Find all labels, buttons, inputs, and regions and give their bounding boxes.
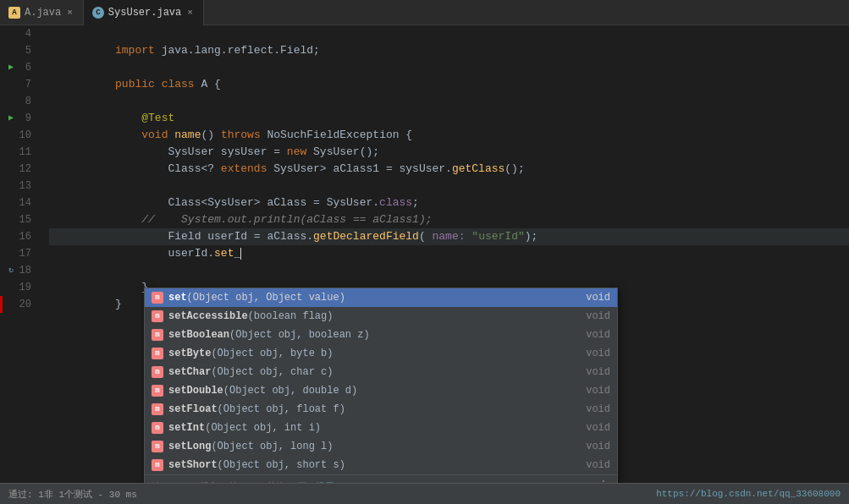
- run-gutter-icon-6[interactable]: ▶: [4, 61, 18, 74]
- line-num-10: 10: [3, 127, 38, 144]
- ac-return-set: void: [586, 292, 610, 304]
- ac-text-setshort: setShort(Object obj, short s): [168, 459, 581, 471]
- tab-icon-a: A: [8, 7, 20, 19]
- ac-method-icon-set: m: [152, 292, 163, 304]
- line-num-17: 17: [3, 245, 38, 262]
- status-test-result: 通过: 1非 1个测试 - 30 ms: [8, 488, 137, 501]
- ac-method-icon-setbyte: m: [152, 348, 163, 359]
- ac-method-icon-setint: m: [152, 422, 163, 434]
- ac-text-setchar: setChar(Object obj, char c): [168, 366, 581, 378]
- status-blog-link[interactable]: https://blog.csdn.net/qq_33608000: [656, 489, 841, 499]
- line-num-5: 5: [3, 42, 38, 59]
- ac-text-setint: setInt(Object obj, int i): [168, 422, 581, 434]
- ac-text-setdouble: setDouble(Object obj, double d): [168, 385, 581, 397]
- line-num-14: 14: [3, 194, 38, 211]
- ac-text-setbyte: setByte(Object obj, byte b): [168, 348, 581, 359]
- status-left: 通过: 1非 1个测试 - 30 ms: [8, 488, 137, 501]
- ac-return-setboolean: void: [586, 329, 610, 341]
- code-line-18: }: [49, 262, 849, 279]
- ac-return-setshort: void: [586, 459, 610, 471]
- line-num-4: 4: [3, 25, 38, 42]
- tab-label-sysuser: SysUser.java: [108, 7, 181, 19]
- text-cursor: [240, 248, 241, 260]
- tab-a-java[interactable]: A A.java ×: [0, 0, 84, 25]
- ac-method-icon-setdouble: m: [152, 385, 163, 397]
- ac-footer: 按 Enter 插入, 按 Tab 替换 下一提示 ⋮: [145, 474, 617, 483]
- ac-return-setdouble: void: [586, 385, 610, 397]
- ac-footer-hint: 按 Enter 插入, 按 Tab 替换 下一提示: [152, 480, 334, 484]
- ac-item-setboolean[interactable]: m setBoolean(Object obj, boolean z) void: [145, 326, 617, 344]
- ac-text-setlong: setLong(Object obj, long l): [168, 441, 581, 452]
- line-num-16: 16: [3, 228, 38, 245]
- ac-text-setfloat: setFloat(Object obj, float f): [168, 403, 581, 415]
- ac-return-setfloat: void: [586, 403, 610, 415]
- tab-close-sysuser[interactable]: ×: [185, 8, 195, 18]
- ac-method-icon-setchar: m: [152, 366, 163, 378]
- ac-method-icon-setlong: m: [152, 441, 163, 452]
- ac-return-setint: void: [586, 422, 610, 434]
- code-line-8: @Test: [49, 93, 849, 110]
- code-line-4: import java.lang.reflect.Field;: [49, 25, 849, 42]
- status-bar: 通过: 1非 1个测试 - 30 ms https://blog.csdn.ne…: [0, 483, 849, 504]
- tab-close-a[interactable]: ×: [65, 8, 74, 18]
- line-num-13: 13: [3, 178, 38, 194]
- line-num-6: ▶ 6: [3, 59, 38, 76]
- tab-label-a: A.java: [25, 7, 61, 19]
- editor-area: 4 5 ▶ 6 7 8 ▶ 9 10 11 12 13 14 15 16 17 …: [0, 25, 849, 483]
- ac-item-setint[interactable]: m setInt(Object obj, int i) void: [145, 419, 617, 437]
- ac-return-setbyte: void: [586, 348, 610, 359]
- code-line-6: public class A {: [49, 59, 849, 76]
- ac-method-icon-setboolean: m: [152, 329, 163, 341]
- line-num-12: 12: [3, 161, 38, 178]
- line-num-11: 11: [3, 144, 38, 161]
- tab-sysuser-java[interactable]: C SysUser.java ×: [84, 0, 204, 25]
- sync-gutter-icon-18: ↻: [4, 264, 18, 277]
- ac-return-setlong: void: [586, 441, 610, 452]
- ac-item-setshort[interactable]: m setShort(Object obj, short s) void: [145, 456, 617, 474]
- ac-text-setaccessible: setAccessible(boolean flag): [168, 310, 581, 322]
- run-gutter-icon-9[interactable]: ▶: [4, 112, 18, 125]
- ac-enter-tab-hint: 按 Enter 插入, 按 Tab 替换: [152, 482, 285, 484]
- code-line-13: Class<SysUser> aClass = SysUser.class;: [49, 178, 849, 194]
- line-num-18: ↻ 18: [3, 262, 38, 279]
- ac-method-icon-setshort: m: [152, 459, 163, 471]
- ac-method-icon-setaccessible: m: [152, 310, 163, 322]
- autocomplete-dropdown[interactable]: m set(Object obj, Object value) void m s…: [144, 288, 618, 483]
- line-num-8: 8: [3, 93, 38, 110]
- ac-item-set[interactable]: m set(Object obj, Object value) void: [145, 288, 617, 307]
- ac-text-setboolean: setBoolean(Object obj, boolean z): [168, 329, 581, 341]
- ac-item-setbyte[interactable]: m setByte(Object obj, byte b) void: [145, 344, 617, 363]
- ac-method-icon-setfloat: m: [152, 403, 163, 415]
- tab-bar: A A.java × C SysUser.java ×: [0, 0, 849, 25]
- ac-item-setfloat[interactable]: m setFloat(Object obj, float f) void: [145, 400, 617, 419]
- ac-next-hint[interactable]: 下一提示: [297, 482, 334, 484]
- ac-return-setchar: void: [586, 366, 610, 378]
- tab-icon-c: C: [92, 7, 104, 19]
- line-num-9: ▶ 9: [3, 110, 38, 127]
- ac-item-setdouble[interactable]: m setDouble(Object obj, double d) void: [145, 381, 617, 400]
- line-num-20: 20: [3, 296, 38, 313]
- ac-item-setlong[interactable]: m setLong(Object obj, long l) void: [145, 437, 617, 456]
- line-num-7: 7: [3, 76, 38, 93]
- ac-text-set: set(Object obj, Object value): [168, 292, 581, 304]
- ac-more-icon[interactable]: ⋮: [597, 478, 610, 483]
- ac-item-setaccessible[interactable]: m setAccessible(boolean flag) void: [145, 307, 617, 326]
- line-numbers: 4 5 ▶ 6 7 8 ▶ 9 10 11 12 13 14 15 16 17 …: [3, 25, 45, 483]
- line-num-19: 19: [3, 279, 38, 296]
- ac-return-setaccessible: void: [586, 310, 610, 322]
- line-num-15: 15: [3, 211, 38, 228]
- ac-item-setchar[interactable]: m setChar(Object obj, char c) void: [145, 363, 617, 381]
